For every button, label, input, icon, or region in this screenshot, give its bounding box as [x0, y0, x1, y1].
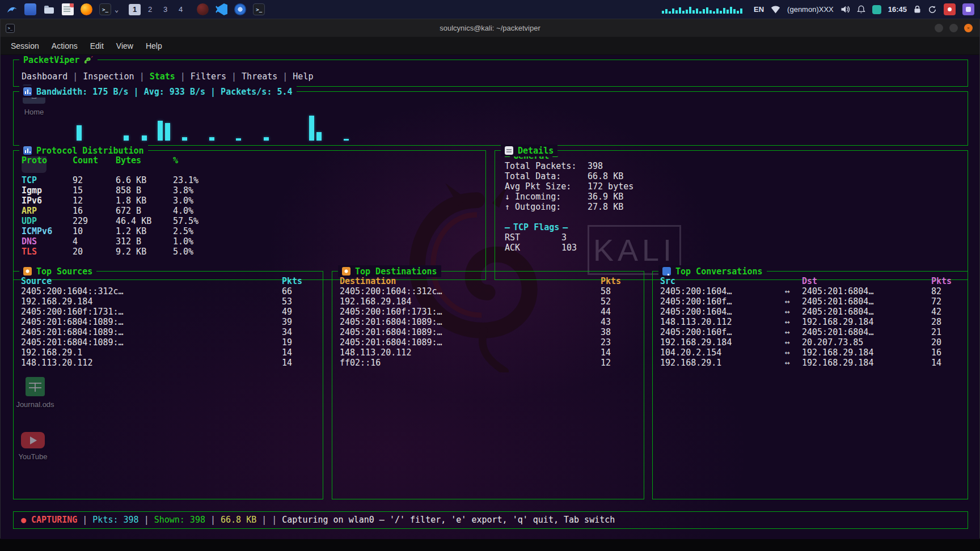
- notifications-bell-icon[interactable]: [857, 5, 865, 14]
- details-general-list: Total Packets:398Total Data:66.8 KBAvg P…: [495, 161, 968, 212]
- protocol-count: 4: [73, 236, 116, 247]
- table-row: 192.168.29.18453: [14, 296, 323, 307]
- protocol-count: 15: [73, 185, 116, 196]
- conversation-src: 104.20.2.154: [660, 347, 772, 358]
- terminal-launcher-icon[interactable]: >_: [99, 3, 111, 15]
- protocol-row: IPv6121.8 KB3.0%: [14, 196, 485, 206]
- top-sources-box: Top Sources Source Pkts 2405:200:1604::3…: [13, 271, 323, 499]
- protocol-col-header: Bytes: [116, 155, 173, 166]
- monitor-bar: [662, 11, 664, 14]
- terminal-app-icon[interactable]: >_: [253, 3, 265, 15]
- host-address: 148.113.20.112: [21, 358, 282, 368]
- lock-icon[interactable]: [914, 5, 921, 14]
- protocol-row: UDP22946.4 KB57.5%: [14, 216, 485, 226]
- bidirectional-arrow-icon: ↔: [772, 296, 802, 307]
- protocol-name: ARP: [22, 206, 73, 216]
- section-general: —General—: [495, 151, 968, 161]
- detail-label: Avg Pkt Size:: [505, 181, 588, 192]
- packet-count: 42: [931, 307, 968, 317]
- protocol-pct: 1.0%: [173, 236, 485, 247]
- keyboard-layout-indicator[interactable]: EN: [754, 5, 764, 14]
- host-address: 2405:201:6804:1089:…: [21, 337, 282, 347]
- wifi-icon[interactable]: [771, 6, 780, 14]
- table-row: 2405:200:160f:1731:…49: [14, 307, 323, 317]
- capture-indicator-dot: ●: [21, 512, 26, 528]
- tab-filters[interactable]: Filters: [191, 71, 226, 82]
- text-editor-icon[interactable]: [62, 3, 74, 15]
- detail-item: Total Packets:398: [495, 161, 968, 171]
- tab-dashboard[interactable]: Dashboard: [22, 71, 67, 82]
- tab-threats[interactable]: Threats: [242, 71, 277, 82]
- status-separator: |: [144, 512, 149, 528]
- protocol-pct: 2.5%: [173, 226, 485, 236]
- chromium-icon[interactable]: [234, 3, 246, 15]
- tab-help[interactable]: Help: [293, 71, 313, 82]
- menu-edit[interactable]: Edit: [85, 39, 109, 53]
- workspace-button-4[interactable]: 4: [175, 4, 187, 15]
- host-address: 2405:200:1604::312c…: [340, 286, 601, 296]
- workspace-button-3[interactable]: 3: [159, 4, 171, 15]
- tcp-flag-item: RST3: [495, 232, 968, 243]
- protocol-chart-icon: [23, 146, 32, 155]
- metasploit-icon[interactable]: [197, 3, 209, 15]
- monitor-bar: [669, 11, 671, 14]
- files-app-icon[interactable]: [24, 3, 36, 15]
- file-manager-icon[interactable]: [43, 3, 55, 15]
- menu-actions[interactable]: Actions: [46, 39, 83, 53]
- status-plugin-icon[interactable]: [872, 5, 881, 14]
- tab-separator: |: [140, 71, 145, 82]
- logout-refresh-icon[interactable]: [928, 5, 937, 14]
- terminal-window: >_ soulcynics@kali: ~/packetviper ✕ Sess…: [0, 19, 980, 539]
- monitor-bar: [692, 10, 695, 14]
- taskbar-right: EN (genmon)XXX 16:45: [662, 3, 974, 15]
- kali-menu-icon[interactable]: [6, 3, 18, 15]
- close-button[interactable]: ✕: [964, 24, 973, 32]
- system-monitor-graph[interactable]: [662, 6, 747, 14]
- top-conversations-title: Top Conversations: [658, 265, 767, 277]
- packet-count: 21: [931, 327, 968, 337]
- host-address: 2405:201:6804:1089:…: [340, 337, 601, 347]
- workspace-button-2[interactable]: 2: [144, 4, 156, 15]
- vscode-icon[interactable]: [216, 3, 227, 15]
- menu-bar: SessionActionsEditViewHelp: [1, 37, 979, 55]
- detail-label: Total Data:: [505, 171, 588, 181]
- taskbar: >_ ⌄ 1234 >_ EN (genmon)XXX 16:45: [0, 0, 980, 19]
- bandwidth-chart: [20, 104, 961, 141]
- detail-label: ↑ Outgoing:: [505, 202, 588, 212]
- chevron-down-icon[interactable]: ⌄: [115, 6, 119, 14]
- bandwidth-bar: [158, 121, 163, 141]
- menu-help[interactable]: Help: [140, 39, 168, 53]
- protocol-row: TLS209.2 KB5.0%: [14, 247, 485, 257]
- packet-count: 38: [601, 327, 644, 337]
- volume-icon[interactable]: [840, 5, 850, 14]
- firefox-icon[interactable]: [81, 3, 92, 15]
- protocol-count: 12: [73, 196, 116, 206]
- display-settings-icon[interactable]: [962, 3, 974, 15]
- maximize-button[interactable]: [949, 24, 958, 32]
- terminal-content[interactable]: KALI ⌂ Home Journal.ods YouTube: [1, 55, 979, 539]
- clock[interactable]: 16:45: [888, 5, 907, 14]
- table-row: 2405:201:6804:1089:…19: [14, 337, 323, 347]
- host-address: 2405:200:1604::312c…: [21, 286, 282, 296]
- monitor-bar: [696, 9, 698, 14]
- genmon-label[interactable]: (genmon)XXX: [787, 5, 834, 14]
- bandwidth-bar: [264, 137, 269, 141]
- protocol-col-header: Proto: [22, 155, 73, 166]
- tab-stats[interactable]: Stats: [150, 71, 175, 82]
- tab-inspection[interactable]: Inspection: [83, 71, 134, 82]
- col-arrow-spacer: [772, 276, 802, 286]
- taskbar-left: >_ ⌄ 1234 >_: [6, 3, 265, 15]
- menu-session[interactable]: Session: [5, 39, 45, 53]
- destinations-table: 2405:200:1604::312c…58192.168.29.1845224…: [332, 286, 644, 368]
- minimize-button[interactable]: [935, 24, 943, 32]
- detail-item: ↑ Outgoing:27.8 KB: [495, 202, 968, 212]
- screenshot-icon[interactable]: [944, 3, 956, 15]
- sources-table-header: Source Pkts: [14, 276, 323, 286]
- host-address: 2405:201:6804:1089:…: [21, 327, 282, 337]
- menu-view[interactable]: View: [111, 39, 139, 53]
- section-tcp-flags: —TCP Flags—: [495, 222, 968, 232]
- protocol-row: DNS4312 B1.0%: [14, 236, 485, 247]
- bandwidth-title: Bandwidth: 175 B/s | Avg: 933 B/s | Pack…: [19, 86, 297, 98]
- window-titlebar[interactable]: >_ soulcynics@kali: ~/packetviper ✕: [1, 19, 979, 37]
- workspace-button-1[interactable]: 1: [129, 4, 141, 15]
